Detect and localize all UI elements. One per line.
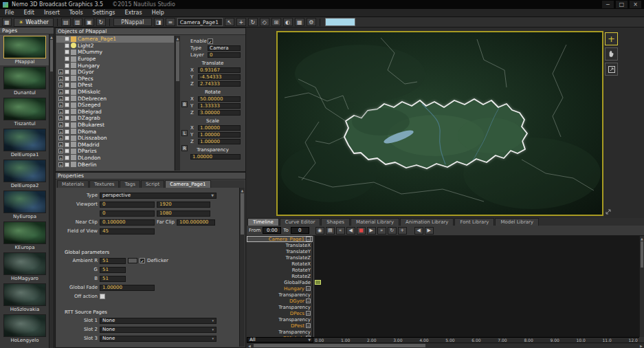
scroll-up-icon[interactable]: ▲ — [240, 188, 245, 193]
rotate-x-field[interactable]: 50.00000 — [198, 96, 241, 102]
ambient-g-field[interactable]: 51 — [100, 267, 126, 273]
open-page-icon[interactable]: ▥ — [73, 18, 82, 26]
track-row[interactable]: TranslateY − — [247, 248, 313, 254]
add-key-button[interactable]: + — [398, 227, 407, 235]
ambient-color-swatch[interactable] — [128, 258, 137, 263]
viewport-y-field[interactable]: 0 — [100, 210, 155, 217]
prev-key-button[interactable]: ◀ — [414, 227, 423, 235]
object-visibility-checkbox[interactable] — [65, 83, 69, 87]
collapse-icon[interactable]: − — [306, 311, 311, 316]
scroll-right-icon[interactable]: ▶ — [639, 343, 644, 348]
object-tree-row[interactable]: MDummy — [56, 49, 174, 56]
timeline-tab[interactable]: Material Library — [351, 218, 399, 226]
rtt-slot-select[interactable]: None ▾ — [100, 318, 216, 324]
object-visibility-checkbox[interactable] — [65, 116, 69, 120]
timeline-horizontal-scrollbar[interactable]: ◀ ▶ — [247, 342, 644, 348]
object-tree-row[interactable]: + DBukarest — [56, 122, 174, 129]
object-visibility-checkbox[interactable] — [65, 69, 69, 74]
object-tree-row[interactable]: Light2 — [56, 43, 174, 50]
object-tree-row[interactable]: + DLisszabon — [56, 135, 174, 142]
viewport-resize-icon[interactable] — [605, 208, 612, 215]
scroll-left-icon[interactable]: ◀ — [247, 343, 252, 348]
track-row[interactable]: Transparency − — [247, 316, 313, 323]
page-item[interactable]: HoSzlovakia — [0, 282, 49, 313]
object-tree-row[interactable]: + DBerlin — [56, 161, 174, 168]
track-row[interactable]: Hungary − — [247, 285, 313, 292]
track-row[interactable]: Transparency − — [247, 292, 313, 298]
collapse-icon[interactable]: − — [306, 237, 311, 241]
page-thumbnail[interactable] — [3, 67, 46, 89]
expand-icon[interactable]: + — [58, 89, 63, 94]
track-row[interactable]: DGyor − — [247, 298, 313, 304]
menu-item[interactable]: Help — [147, 10, 169, 16]
expand-icon[interactable]: + — [58, 102, 63, 107]
page-item[interactable]: HoMagyaro — [0, 251, 49, 282]
page-thumbnail[interactable] — [3, 36, 46, 58]
object-tree-row[interactable]: + DZagrab — [56, 115, 174, 122]
timeline-tab[interactable]: Shapes — [321, 218, 350, 226]
global-fade-field[interactable]: 1.00000 — [100, 285, 155, 291]
split-view-icon[interactable]: ◨ — [154, 18, 164, 26]
timeline-vertical-scrollbar[interactable]: ▲ — [639, 236, 644, 337]
properties-tab[interactable]: Tags — [120, 180, 140, 188]
object-visibility-checkbox[interactable] — [65, 129, 69, 134]
expand-icon[interactable]: + — [58, 162, 63, 167]
scale-tool-icon[interactable]: ◇ — [260, 18, 269, 26]
translate-z-field[interactable]: 2.74333 — [198, 81, 241, 87]
object-tree-row[interactable]: + DBelgrad — [56, 109, 174, 116]
object-tree-row[interactable]: + DLondon — [56, 155, 174, 162]
expand-icon[interactable]: + — [58, 69, 63, 74]
expand-icon[interactable]: + — [58, 83, 63, 87]
object-visibility-checkbox[interactable] — [65, 50, 69, 54]
scrollbar-thumb[interactable] — [641, 241, 643, 268]
stop-button[interactable]: ■ — [357, 227, 366, 235]
snap-tool-icon[interactable]: ⊞ — [271, 18, 281, 26]
track-row[interactable]: GlobalFade − — [247, 279, 313, 285]
save-page-icon[interactable]: ▣ — [85, 18, 94, 26]
collapse-icon[interactable]: − — [306, 323, 311, 328]
object-tree-row[interactable]: Camera_Page1 — [56, 36, 174, 43]
page-thumbnail[interactable] — [3, 98, 46, 120]
object-visibility-checkbox[interactable] — [65, 162, 69, 167]
grid-icon[interactable]: ▦ — [295, 18, 304, 26]
object-tree-row[interactable]: + DSzeged — [56, 102, 174, 109]
layer-field[interactable]: 0 — [208, 52, 241, 58]
properties-tab[interactable]: Script — [141, 180, 164, 188]
viewport-width-field[interactable]: 1920 — [157, 202, 210, 208]
object-visibility-checkbox[interactable] — [65, 122, 69, 127]
scrollbar-thumb[interactable] — [241, 193, 244, 235]
scrollbar-thumb[interactable] — [176, 41, 179, 81]
page-thumbnail[interactable] — [3, 191, 46, 213]
off-action-checkbox[interactable] — [100, 294, 105, 299]
object-visibility-checkbox[interactable] — [65, 89, 69, 94]
track-row[interactable]: DPest − — [247, 323, 313, 329]
to-field[interactable]: 0 — [291, 227, 309, 234]
page-thumbnail[interactable] — [3, 283, 46, 306]
scale-z-field[interactable]: 1.00000 — [198, 139, 241, 144]
select-tool-icon[interactable]: ↖ — [225, 18, 234, 26]
object-visibility-checkbox[interactable] — [65, 155, 69, 160]
object-visibility-checkbox[interactable] — [65, 109, 69, 114]
page-thumbnail[interactable] — [3, 160, 46, 182]
track-row[interactable]: Camera_Page1 − — [247, 236, 313, 242]
scale-y-field[interactable]: 1.00000 — [198, 132, 241, 138]
maximize-button[interactable]: □ — [616, 1, 628, 8]
object-visibility-checkbox[interactable] — [65, 76, 69, 81]
object-tree-row[interactable]: Hungary — [56, 62, 174, 69]
page-item[interactable]: DelEuropa1 — [0, 127, 49, 158]
pages-scrollbar[interactable]: ▲ — [49, 34, 54, 348]
minimize-button[interactable]: ─ — [602, 1, 614, 8]
new-page-icon[interactable]: ▤ — [61, 18, 71, 26]
keyframe-marker[interactable] — [315, 280, 321, 285]
expand-icon[interactable]: + — [58, 76, 63, 81]
loop-button[interactable]: ↻ — [388, 227, 397, 235]
expand-icon[interactable]: + — [58, 149, 63, 153]
object-visibility-checkbox[interactable] — [65, 142, 69, 147]
object-visibility-checkbox[interactable] — [65, 135, 69, 140]
page-item[interactable]: DelEuropa2 — [0, 158, 49, 189]
expand-icon[interactable]: + — [58, 96, 63, 101]
object-tree-row[interactable]: + DParizs — [56, 148, 174, 155]
page-item[interactable]: Dunantul — [0, 65, 49, 96]
page-item[interactable]: NyEuropa — [0, 189, 49, 220]
properties-tab[interactable]: Textures — [89, 180, 119, 188]
